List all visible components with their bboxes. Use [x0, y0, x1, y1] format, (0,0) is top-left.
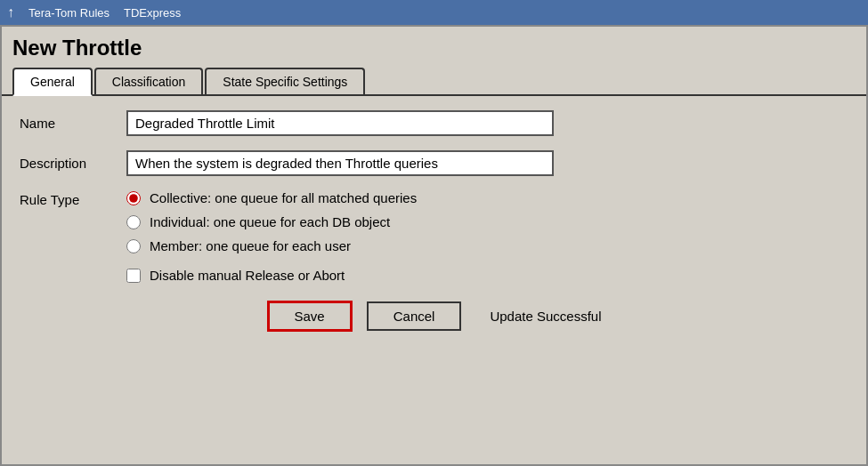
description-row: Description: [20, 150, 848, 176]
tab-classification[interactable]: Classification: [94, 68, 203, 94]
main-window: New Throttle General Classification Stat…: [0, 25, 868, 466]
disable-checkbox[interactable]: [126, 269, 141, 283]
checkbox-row: Disable manual Release or Abort: [126, 268, 848, 283]
window-title: New Throttle: [2, 27, 866, 68]
rule-type-label: Rule Type: [20, 190, 126, 253]
module-name: TDExpress: [124, 6, 181, 20]
content-area: Name Description Rule Type Collective: o…: [2, 96, 866, 346]
radio-collective[interactable]: [126, 191, 141, 205]
tabs-container: General Classification State Specific Se…: [2, 68, 866, 96]
radio-item-member[interactable]: Member: one queue for each user: [126, 238, 417, 253]
name-input[interactable]: [126, 110, 554, 136]
radio-group: Collective: one queue for all matched qu…: [126, 190, 417, 253]
description-input[interactable]: [126, 150, 554, 176]
radio-member[interactable]: [126, 239, 141, 253]
app-name: Tera-Tom Rules: [28, 6, 110, 20]
title-bar: ↑ Tera-Tom Rules TDExpress: [0, 0, 868, 25]
rule-type-section: Rule Type Collective: one queue for all …: [20, 190, 848, 253]
name-label: Name: [20, 116, 126, 131]
tab-general[interactable]: General: [12, 68, 93, 96]
radio-member-label: Member: one queue for each user: [150, 238, 351, 253]
tab-state-specific[interactable]: State Specific Settings: [205, 68, 365, 94]
status-message: Update Successful: [490, 309, 601, 324]
name-row: Name: [20, 110, 848, 136]
radio-individual-label: Individual: one queue for each DB object: [150, 214, 390, 229]
radio-item-collective[interactable]: Collective: one queue for all matched qu…: [126, 190, 417, 205]
radio-item-individual[interactable]: Individual: one queue for each DB object: [126, 214, 417, 229]
save-button[interactable]: Save: [267, 301, 353, 332]
disable-checkbox-label: Disable manual Release or Abort: [150, 268, 345, 283]
button-row: Save Cancel Update Successful: [20, 301, 848, 332]
description-label: Description: [20, 156, 126, 171]
radio-individual[interactable]: [126, 215, 141, 229]
cancel-button[interactable]: Cancel: [367, 301, 462, 331]
radio-collective-label: Collective: one queue for all matched qu…: [150, 190, 417, 205]
app-icon: ↑: [7, 4, 14, 20]
